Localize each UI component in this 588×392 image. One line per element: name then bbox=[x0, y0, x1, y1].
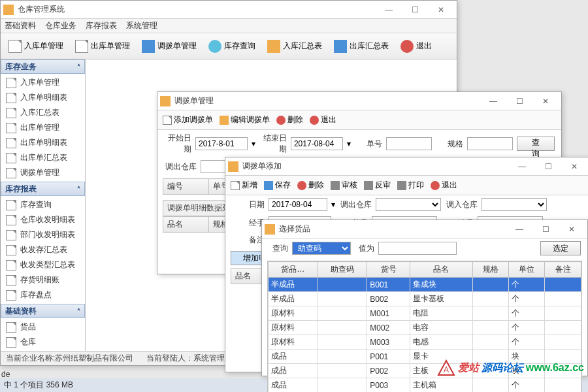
date-picker-icon[interactable]: ▾ bbox=[347, 139, 351, 148]
sidebar-item[interactable]: 出库单管理 bbox=[1, 120, 85, 135]
new-button[interactable]: 新增 bbox=[231, 180, 257, 191]
outwh-select[interactable] bbox=[376, 198, 441, 211]
edit-transfer-button[interactable]: 编辑调拨单 bbox=[220, 114, 270, 125]
new-icon bbox=[231, 181, 240, 190]
sidebar-item[interactable]: 入库单明细表 bbox=[1, 90, 85, 105]
query-button[interactable]: 查询 bbox=[517, 137, 555, 151]
minimize-button[interactable]: — bbox=[376, 1, 402, 19]
doc-icon bbox=[6, 108, 16, 118]
sidebar-item[interactable]: 调拨单管理 bbox=[1, 165, 85, 180]
tb-out-summary[interactable]: 出库汇总表 bbox=[330, 37, 393, 56]
panel-hdr-basic[interactable]: 基础资料˄ bbox=[1, 304, 85, 318]
main-title: 仓库管理系统 bbox=[18, 4, 376, 15]
tb-in-order[interactable]: 入库单管理 bbox=[5, 37, 67, 56]
sidebar-item[interactable]: 收发类型汇总表 bbox=[1, 257, 85, 272]
sidebar-item[interactable]: 库存盘点 bbox=[1, 287, 85, 302]
minimize-button[interactable]: — bbox=[506, 220, 532, 238]
panel-hdr-report[interactable]: 库存报表˄ bbox=[1, 182, 85, 196]
dlg4-title: 选择货品 bbox=[279, 223, 506, 235]
spec-input[interactable] bbox=[467, 137, 513, 150]
delete-button[interactable]: 删除 bbox=[297, 180, 324, 191]
table-row[interactable]: 原材料M003电感个 bbox=[269, 335, 581, 350]
status-user: 当前登陆人：系统管理员 bbox=[146, 353, 233, 364]
add-transfer-button[interactable]: 添加调拨单 bbox=[163, 114, 213, 125]
start-date-input[interactable] bbox=[195, 137, 248, 150]
doc-icon bbox=[6, 337, 16, 348]
table-row[interactable]: 原材料M002电容个 bbox=[269, 321, 581, 335]
dialog-icon bbox=[265, 224, 275, 235]
col-header[interactable]: 单位 bbox=[509, 262, 545, 278]
delete-icon bbox=[297, 181, 306, 190]
print-button[interactable]: 打印 bbox=[397, 180, 424, 191]
sidebar-item[interactable]: 库存查询 bbox=[1, 197, 85, 212]
maximize-button[interactable]: ☐ bbox=[532, 220, 559, 238]
sidebar-item[interactable]: 仓库 bbox=[1, 335, 85, 350]
doc-icon bbox=[6, 153, 16, 163]
col-header[interactable]: 货品… bbox=[269, 262, 318, 278]
menu-business[interactable]: 仓库业务 bbox=[45, 20, 76, 31]
sidebar-item[interactable]: 仓库收发明细表 bbox=[1, 212, 85, 227]
sidebar-item[interactable]: 部门收发明细表 bbox=[1, 227, 85, 242]
maximize-button[interactable]: ☐ bbox=[535, 157, 561, 176]
orderno-input[interactable] bbox=[386, 137, 432, 150]
dialog-icon bbox=[160, 96, 171, 106]
delete-button[interactable]: 删除 bbox=[276, 114, 303, 125]
minimize-button[interactable]: — bbox=[509, 157, 535, 176]
tb-in-summary[interactable]: 入库汇总表 bbox=[263, 37, 326, 56]
menu-system[interactable]: 系统管理 bbox=[126, 20, 157, 31]
tb-out-order[interactable]: 出库单管理 bbox=[71, 37, 134, 56]
date-picker-icon[interactable]: ▾ bbox=[252, 139, 255, 148]
sidebar-item[interactable]: 出库单明细表 bbox=[1, 135, 85, 150]
dlg2-title: 调拨单管理 bbox=[174, 95, 480, 106]
doc-icon bbox=[6, 200, 16, 210]
close-button[interactable]: ✕ bbox=[428, 1, 454, 19]
close-button[interactable]: ✕ bbox=[559, 220, 585, 238]
audit-button[interactable]: 审核 bbox=[331, 180, 357, 191]
dlg4-titlebar: 选择货品 — ☐ ✕ bbox=[262, 220, 587, 238]
maximize-button[interactable]: ☐ bbox=[402, 1, 428, 19]
minimize-button[interactable]: — bbox=[480, 92, 506, 110]
menu-basic[interactable]: 基础资料 bbox=[5, 20, 36, 31]
exit-button[interactable]: 退出 bbox=[431, 180, 457, 191]
query-field-select[interactable]: 助查码 bbox=[292, 242, 351, 255]
print-icon bbox=[397, 181, 406, 190]
doc-out-icon bbox=[75, 40, 88, 53]
doc-icon bbox=[6, 123, 16, 133]
sidebar-item[interactable]: 存货明细账 bbox=[1, 272, 85, 287]
sidebar-item[interactable]: 出库单汇总表 bbox=[1, 150, 85, 165]
tb-transfer[interactable]: 调拨单管理 bbox=[138, 37, 201, 56]
maximize-button[interactable]: ☐ bbox=[506, 92, 532, 110]
tb-stock-query[interactable]: 库存查询 bbox=[204, 37, 259, 56]
table-row[interactable]: 半成品B001集成块个 bbox=[269, 278, 581, 292]
col-header[interactable]: 助查码 bbox=[318, 262, 367, 278]
exit-icon bbox=[310, 116, 319, 125]
table-row[interactable]: 原材料M001电阻个 bbox=[269, 306, 581, 321]
table-row[interactable]: 半成品B002显卡基板个 bbox=[269, 292, 581, 306]
end-date-label: 结束日期 bbox=[259, 133, 287, 155]
col-header[interactable]: 货号 bbox=[367, 262, 410, 278]
sidebar-item[interactable]: 收发存汇总表 bbox=[1, 242, 85, 257]
doc-icon bbox=[6, 245, 16, 255]
exit-button[interactable]: 退出 bbox=[310, 114, 336, 125]
col-header[interactable]: 备注 bbox=[545, 262, 581, 278]
col-header[interactable]: 规格 bbox=[472, 262, 508, 278]
unaudit-button[interactable]: 反审 bbox=[364, 180, 391, 191]
col-header[interactable]: 品名 bbox=[410, 262, 472, 278]
date-input[interactable] bbox=[269, 198, 327, 211]
end-date-input[interactable] bbox=[291, 137, 343, 150]
table-row[interactable]: 成品P003主机箱个 bbox=[269, 378, 581, 393]
tb-exit[interactable]: 退出 bbox=[397, 37, 436, 56]
sidebar-item[interactable]: 入库汇总表 bbox=[1, 105, 85, 120]
panel-hdr-business[interactable]: 库存业务˄ bbox=[1, 59, 85, 74]
inwh-select[interactable] bbox=[482, 198, 547, 211]
close-button[interactable]: ✕ bbox=[561, 157, 587, 176]
value-input[interactable] bbox=[378, 242, 457, 255]
date-picker-icon[interactable]: ▾ bbox=[331, 200, 335, 209]
sidebar-item[interactable]: 入库单管理 bbox=[1, 75, 85, 90]
menu-report[interactable]: 库存报表 bbox=[86, 20, 117, 31]
close-button[interactable]: ✕ bbox=[532, 92, 559, 110]
sidebar-item[interactable]: 货品 bbox=[1, 319, 85, 335]
chevron-up-icon: ˄ bbox=[77, 63, 80, 71]
confirm-button[interactable]: 选定 bbox=[540, 241, 581, 255]
save-button[interactable]: 保存 bbox=[264, 180, 291, 191]
